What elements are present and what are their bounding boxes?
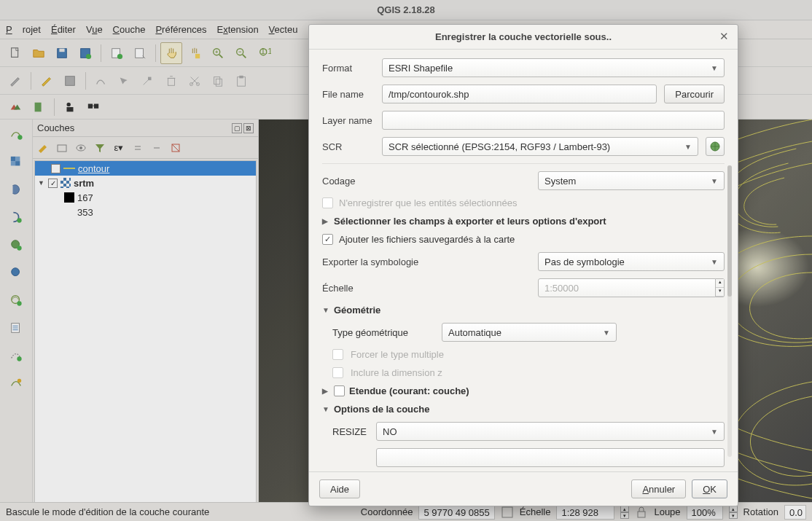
coding-combo[interactable]: System▼ <box>538 171 725 190</box>
layername-label: Layer name <box>322 115 375 126</box>
scr-combo[interactable]: SCR sélectionné (EPSG:2154, RGF93 / Lamb… <box>382 137 698 156</box>
resize-combo[interactable]: NO▼ <box>376 422 725 441</box>
format-combo[interactable]: ESRI Shapefile▼ <box>382 58 725 77</box>
geometry-toggle[interactable]: ▼ Géométrie <box>322 305 725 316</box>
format-label: Format <box>322 63 375 74</box>
only-selected-checkbox <box>322 197 333 208</box>
force-multi-checkbox <box>332 349 343 360</box>
browse-button[interactable]: Parcourir <box>664 85 725 103</box>
cancel-button[interactable]: Annuler <box>631 479 686 498</box>
resize-label: RESIZE <box>332 426 369 437</box>
export-sym-combo[interactable]: Pas de symbologie▼ <box>538 252 725 271</box>
geom-type-combo[interactable]: Automatique▼ <box>442 323 617 342</box>
dialog-title: Enregistrer la couche vectorielle sous.. <box>435 31 612 42</box>
geom-type-label: Type géométrique <box>332 327 434 338</box>
layer-opts-toggle[interactable]: ▼ Options de la couche <box>322 404 725 415</box>
extent-toggle[interactable]: ▶ Etendue (courant: couche) <box>322 385 725 396</box>
dialog-scrollbar[interactable] <box>727 165 732 457</box>
layername-input[interactable] <box>382 111 725 130</box>
dlg-scale-spinner[interactable]: ▴▾ <box>716 278 725 297</box>
include-z-checkbox <box>332 367 343 378</box>
select-fields-toggle[interactable]: ▶ Sélectionner les champs à exporter et … <box>322 216 725 227</box>
scr-label: SCR <box>322 141 375 152</box>
filename-input[interactable] <box>382 85 657 103</box>
dlg-scale-label: Échelle <box>322 283 531 294</box>
only-selected-label: N'enregistrer que les entités sélectionn… <box>339 197 518 208</box>
extra-combo[interactable] <box>376 448 725 467</box>
scr-select-icon[interactable] <box>706 137 725 156</box>
help-button[interactable]: Aide <box>319 479 360 498</box>
dlg-scale-input[interactable] <box>538 278 716 297</box>
include-z-label: Inclure la dimension z <box>351 367 442 378</box>
export-sym-label: Exporter la symbologie <box>322 256 531 267</box>
save-vector-dialog: Enregistrer la couche vectorielle sous..… <box>308 24 738 506</box>
add-saved-label: Ajouter les fichiers sauvegardés à la ca… <box>339 234 515 245</box>
force-multi-label: Forcer le type multiple <box>351 349 444 360</box>
ok-button[interactable]: OK <box>692 479 727 498</box>
coding-label: Codage <box>322 176 531 187</box>
filename-label: File name <box>322 89 375 100</box>
add-saved-checkbox[interactable]: ✓ <box>322 234 333 245</box>
close-icon[interactable]: ✕ <box>717 31 730 44</box>
extent-checkbox[interactable] <box>334 385 345 396</box>
